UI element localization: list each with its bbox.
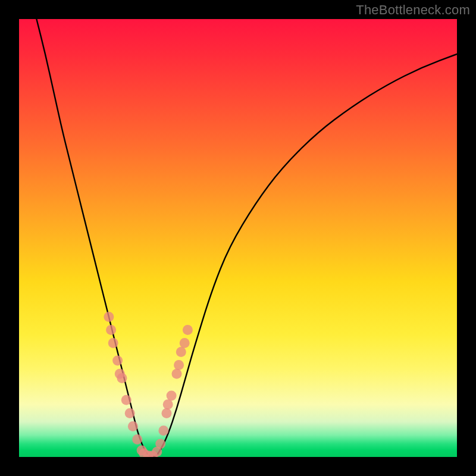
curve-marker — [174, 360, 184, 370]
bottleneck-curve — [36, 19, 457, 457]
curve-marker — [112, 356, 123, 366]
watermark-text: TheBottleneck.com — [356, 2, 470, 18]
chart-overlay — [19, 19, 457, 457]
curve-marker — [176, 347, 186, 357]
curve-marker — [183, 325, 193, 335]
curve-marker — [104, 312, 114, 322]
curve-markers — [104, 312, 193, 457]
curve-marker — [172, 369, 182, 379]
curve-marker — [180, 338, 190, 348]
curve-marker — [128, 421, 138, 431]
curve-marker — [162, 408, 172, 418]
curve-marker — [158, 425, 168, 436]
curve-marker — [167, 391, 177, 401]
curve-marker — [108, 338, 118, 348]
curve-marker — [132, 434, 142, 444]
curve-marker — [121, 395, 131, 405]
outer-frame: TheBottleneck.com — [0, 0, 476, 476]
curve-marker — [163, 399, 173, 409]
curve-marker — [125, 408, 135, 418]
curve-marker — [117, 373, 127, 383]
curve-marker — [155, 439, 165, 449]
plot-area — [19, 19, 457, 457]
curve-marker — [106, 325, 116, 335]
